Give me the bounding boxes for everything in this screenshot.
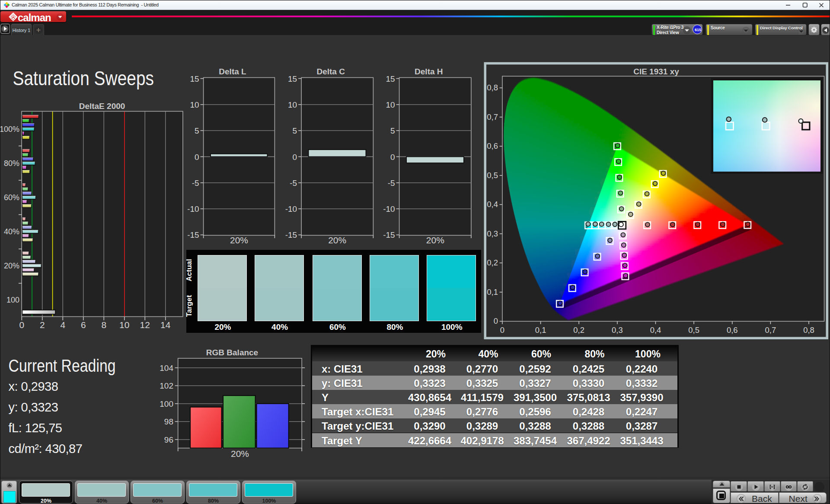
svg-text:0,8: 0,8 (803, 325, 814, 335)
svg-text:100: 100 (160, 399, 173, 408)
svg-text:0,1: 0,1 (535, 325, 546, 335)
svg-text:RGB Balance: RGB Balance (206, 348, 258, 357)
svg-text:0,6: 0,6 (727, 325, 738, 335)
svg-text:0,1: 0,1 (487, 287, 498, 297)
svg-text:0: 0 (500, 325, 504, 335)
svg-text:102: 102 (160, 381, 173, 390)
svg-text:20%: 20% (231, 449, 249, 459)
svg-text:0,2: 0,2 (487, 258, 498, 267)
svg-text:0,8: 0,8 (487, 83, 498, 92)
svg-text:0,2: 0,2 (573, 325, 584, 335)
svg-text:0,7: 0,7 (487, 112, 498, 121)
svg-text:0: 0 (494, 316, 498, 325)
svg-text:104: 104 (160, 364, 173, 373)
svg-text:0,4: 0,4 (487, 200, 498, 209)
svg-text:0,4: 0,4 (650, 325, 661, 335)
svg-text:98: 98 (164, 417, 173, 426)
svg-text:0,3: 0,3 (612, 325, 623, 335)
svg-text:0,6: 0,6 (487, 141, 498, 150)
svg-text:CIE 1931 xy: CIE 1931 xy (633, 67, 679, 76)
svg-text:0,5: 0,5 (688, 325, 699, 335)
svg-text:96: 96 (164, 435, 173, 444)
svg-text:0,7: 0,7 (765, 325, 776, 335)
svg-text:0,5: 0,5 (487, 171, 498, 180)
svg-text:0,3: 0,3 (487, 229, 498, 238)
